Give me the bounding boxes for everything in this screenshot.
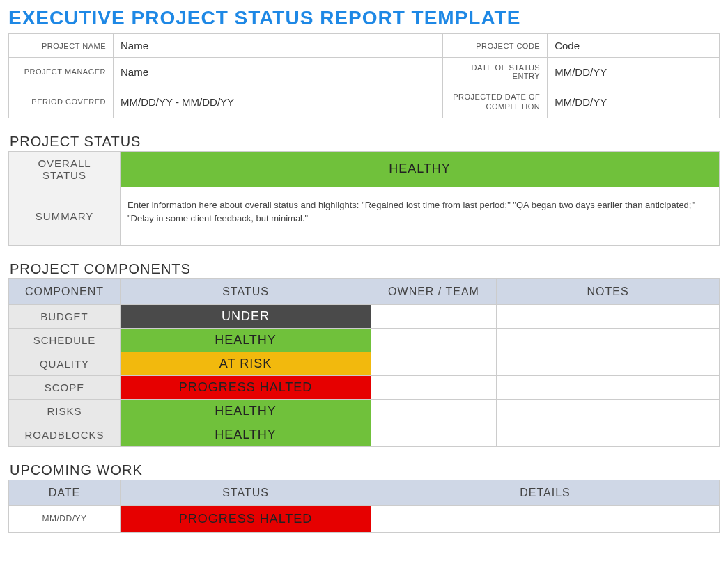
components-header-row: COMPONENT STATUS OWNER / TEAM NOTES xyxy=(9,278,720,304)
project-status-heading: PROJECT STATUS xyxy=(10,134,720,150)
component-status[interactable]: HEALTHY xyxy=(121,399,371,423)
project-name-value[interactable]: Name xyxy=(114,34,443,58)
components-header-status: STATUS xyxy=(121,278,371,304)
component-notes[interactable] xyxy=(497,352,720,375)
component-row: SCOPEPROGRESS HALTED xyxy=(9,375,720,399)
upcoming-header-date: DATE xyxy=(9,480,121,505)
project-info-table: PROJECT NAME Name PROJECT CODE Code PROJ… xyxy=(8,33,720,118)
component-owner[interactable] xyxy=(371,304,497,328)
project-status-table: OVERALL STATUS HEALTHY SUMMARY Enter inf… xyxy=(8,151,720,246)
component-owner[interactable] xyxy=(371,352,497,375)
component-row: SCHEDULEHEALTHY xyxy=(9,328,720,352)
project-components-table: COMPONENT STATUS OWNER / TEAM NOTES BUDG… xyxy=(8,278,720,447)
upcoming-work-heading: UPCOMING WORK xyxy=(10,462,720,478)
component-owner[interactable] xyxy=(371,328,497,352)
component-row: ROADBLOCKSHEALTHY xyxy=(9,423,720,446)
component-notes[interactable] xyxy=(497,328,720,352)
component-name: BUDGET xyxy=(9,304,121,328)
project-name-label: PROJECT NAME xyxy=(9,34,114,58)
component-notes[interactable] xyxy=(497,399,720,423)
component-status[interactable]: AT RISK xyxy=(121,352,371,375)
upcoming-status[interactable]: PROGRESS HALTED xyxy=(121,505,371,532)
component-notes[interactable] xyxy=(497,375,720,399)
component-name: SCHEDULE xyxy=(9,328,121,352)
component-row: RISKSHEALTHY xyxy=(9,399,720,423)
component-row: QUALITYAT RISK xyxy=(9,352,720,375)
upcoming-header-row: DATE STATUS DETAILS xyxy=(9,480,720,505)
overall-status-label: OVERALL STATUS xyxy=(9,151,121,187)
component-status[interactable]: HEALTHY xyxy=(121,423,371,446)
component-status[interactable]: PROGRESS HALTED xyxy=(121,375,371,399)
project-manager-value[interactable]: Name xyxy=(114,58,443,86)
date-status-entry-value[interactable]: MM/DD/YY xyxy=(548,58,720,86)
projected-completion-value[interactable]: MM/DD/YY xyxy=(548,86,720,118)
component-notes[interactable] xyxy=(497,423,720,446)
component-owner[interactable] xyxy=(371,375,497,399)
project-code-label: PROJECT CODE xyxy=(443,34,548,58)
upcoming-details[interactable] xyxy=(371,505,720,532)
upcoming-row: MM/DD/YYPROGRESS HALTED xyxy=(9,505,720,532)
project-components-heading: PROJECT COMPONENTS xyxy=(10,261,720,277)
summary-value[interactable]: Enter information here about overall sta… xyxy=(121,187,720,245)
page-title: EXECUTIVE PROJECT STATUS REPORT TEMPLATE xyxy=(8,7,720,29)
upcoming-header-details: DETAILS xyxy=(371,480,720,505)
date-status-entry-label: DATE OF STATUS ENTRY xyxy=(443,58,548,86)
upcoming-work-table: DATE STATUS DETAILS MM/DD/YYPROGRESS HAL… xyxy=(8,480,720,533)
upcoming-date[interactable]: MM/DD/YY xyxy=(9,505,121,532)
component-row: BUDGETUNDER xyxy=(9,304,720,328)
project-manager-label: PROJECT MANAGER xyxy=(9,58,114,86)
component-name: ROADBLOCKS xyxy=(9,423,121,446)
period-covered-label: PERIOD COVERED xyxy=(9,86,114,118)
component-name: QUALITY xyxy=(9,352,121,375)
component-owner[interactable] xyxy=(371,423,497,446)
component-name: SCOPE xyxy=(9,375,121,399)
period-covered-value[interactable]: MM/DD/YY - MM/DD/YY xyxy=(114,86,443,118)
overall-status-value[interactable]: HEALTHY xyxy=(121,151,720,187)
component-status[interactable]: HEALTHY xyxy=(121,328,371,352)
components-header-owner: OWNER / TEAM xyxy=(371,278,497,304)
component-notes[interactable] xyxy=(497,304,720,328)
components-header-component: COMPONENT xyxy=(9,278,121,304)
component-status[interactable]: UNDER xyxy=(121,304,371,328)
upcoming-header-status: STATUS xyxy=(121,480,371,505)
component-owner[interactable] xyxy=(371,399,497,423)
components-header-notes: NOTES xyxy=(497,278,720,304)
projected-completion-label: PROJECTED DATE OF COMPLETION xyxy=(443,86,548,118)
component-name: RISKS xyxy=(9,399,121,423)
summary-label: SUMMARY xyxy=(9,187,121,245)
project-code-value[interactable]: Code xyxy=(548,34,720,58)
